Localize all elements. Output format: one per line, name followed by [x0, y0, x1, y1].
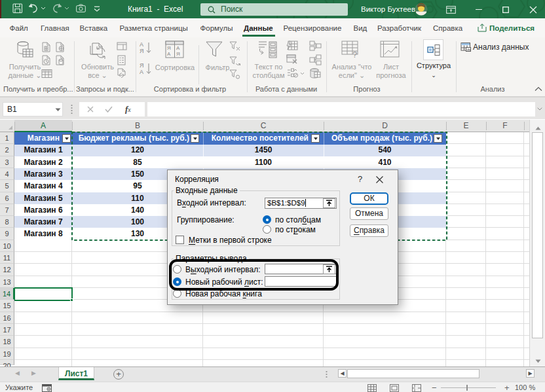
svg-text:А: А: [167, 51, 171, 57]
svg-text:А: А: [140, 69, 143, 75]
svg-text:А: А: [140, 41, 143, 48]
svg-text:?: ?: [352, 50, 357, 58]
svg-text:Я: Я: [167, 45, 171, 51]
svg-text:А: А: [176, 45, 180, 51]
svg-text:Я: Я: [140, 62, 144, 69]
svg-text:Я: Я: [176, 51, 180, 57]
svg-text:Я: Я: [140, 48, 144, 54]
